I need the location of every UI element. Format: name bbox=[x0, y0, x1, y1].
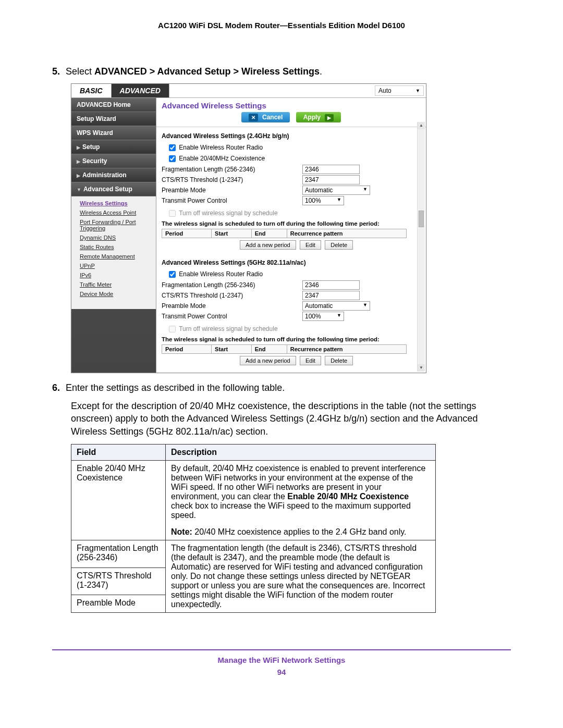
row2b-field: CTS/RTS Threshold (1-2347) bbox=[71, 567, 166, 595]
top-tab-bar: BASIC ADVANCED Auto ▼ bbox=[71, 84, 426, 98]
paragraph-except: Except for the description of 20/40 MHz … bbox=[71, 400, 511, 438]
th-field: Field bbox=[71, 444, 166, 460]
sched-th-period: Period bbox=[162, 345, 212, 354]
sched-5-table: Period Start End Recurrence pattern bbox=[162, 344, 407, 354]
language-value: Auto bbox=[378, 87, 391, 94]
enable-radio-24-checkbox[interactable] bbox=[169, 144, 176, 151]
sidebar-item-home[interactable]: ADVANCED Home bbox=[71, 98, 156, 112]
main-panel: Advanced Wireless Settings Cancel Apply … bbox=[156, 98, 426, 373]
arrow-down-icon: ▼ bbox=[77, 187, 81, 192]
sidebar-sub-port-fwd[interactable]: Port Forwarding / Port Triggering bbox=[80, 217, 154, 233]
edit-24-button[interactable]: Edit bbox=[300, 240, 321, 250]
step-5-path: ADVANCED > Advanced Setup > Wireless Set… bbox=[94, 66, 320, 77]
note-prefix: Note: bbox=[171, 527, 192, 536]
chevron-down-icon: ▼ bbox=[337, 197, 341, 204]
section-5ghz-heading: Advanced Wireless Settings (5GHz 802.11a… bbox=[162, 259, 421, 266]
step-6-num: 6. bbox=[52, 382, 60, 393]
tab-advanced[interactable]: ADVANCED bbox=[112, 84, 169, 97]
step-6-text: Enter the settings as described in the f… bbox=[66, 382, 285, 393]
txpower-24-select[interactable]: 100%▼ bbox=[302, 196, 344, 205]
frag-5-input[interactable]: 2346 bbox=[302, 280, 360, 290]
sched-5-checkbox[interactable] bbox=[169, 326, 176, 332]
row2a-field: Fragmentation Length (256-2346) bbox=[71, 540, 166, 567]
preamble-5-select[interactable]: Automatic▼ bbox=[302, 301, 370, 311]
sidebar-sub-upnp[interactable]: UPnP bbox=[80, 261, 154, 270]
sched-5-label: Turn off wireless signal by schedule bbox=[179, 325, 277, 332]
txpower-5-select[interactable]: 100%▼ bbox=[302, 312, 344, 321]
sidebar-item-advanced-setup[interactable]: ▼Advanced Setup bbox=[71, 182, 156, 196]
preamble-24-label: Preamble Mode bbox=[162, 187, 302, 194]
sidebar-sub-traffic-meter[interactable]: Traffic Meter bbox=[80, 280, 154, 289]
row1-desc: By default, 20/40 MHz coexistence is ena… bbox=[166, 460, 436, 540]
router-screenshot: BASIC ADVANCED Auto ▼ ADVANCED Home Setu… bbox=[71, 83, 426, 373]
enable-radio-5-checkbox[interactable] bbox=[169, 271, 176, 278]
sidebar-sub-ddns[interactable]: Dynamic DNS bbox=[80, 233, 154, 242]
enable-coex-checkbox[interactable] bbox=[169, 155, 176, 162]
delete-24-button[interactable]: Delete bbox=[325, 240, 353, 250]
tab-basic[interactable]: BASIC bbox=[71, 84, 112, 97]
txpower-5-label: Transmit Power Control bbox=[162, 313, 302, 320]
sidebar-item-wps-wizard[interactable]: WPS Wizard bbox=[71, 126, 156, 140]
add-period-5-button[interactable]: Add a new period bbox=[240, 356, 296, 365]
preamble-5-label: Preamble Mode bbox=[162, 302, 302, 310]
row2c-field: Preamble Mode bbox=[71, 595, 166, 612]
language-select[interactable]: Auto ▼ bbox=[375, 85, 424, 96]
chevron-down-icon: ▼ bbox=[363, 187, 368, 194]
row1-field: Enable 20/40 MHz Coexistence bbox=[71, 460, 166, 540]
cts-5-input[interactable]: 2347 bbox=[302, 291, 360, 300]
delete-5-button[interactable]: Delete bbox=[325, 356, 353, 365]
note-text: 20/40 MHz coexistence applies to the 2.4… bbox=[192, 527, 407, 536]
apply-button[interactable]: Apply bbox=[296, 112, 341, 122]
sched-th-period: Period bbox=[162, 229, 212, 238]
sched-24-label: Turn off wireless signal by schedule bbox=[179, 209, 277, 217]
sidebar-sub-static-routes[interactable]: Static Routes bbox=[80, 242, 154, 252]
preamble-24-select[interactable]: Automatic▼ bbox=[302, 186, 370, 195]
section-24ghz: Advanced Wireless Settings (2.4GHz b/g/n… bbox=[156, 127, 426, 254]
step-5-num: 5. bbox=[52, 66, 60, 77]
chevron-down-icon: ▼ bbox=[415, 88, 420, 93]
sidebar-item-setup[interactable]: ▶Setup bbox=[71, 140, 156, 154]
sidebar-sub-device-mode[interactable]: Device Mode bbox=[80, 289, 154, 299]
arrow-right-icon: ▶ bbox=[77, 173, 80, 178]
row2-desc: The fragmentation length (the default is… bbox=[166, 540, 436, 612]
frag-24-input[interactable]: 2346 bbox=[302, 165, 360, 174]
sched-5-note: The wireless signal is scheduled to turn… bbox=[162, 336, 421, 342]
section-5ghz: Advanced Wireless Settings (5GHz 802.11a… bbox=[156, 254, 426, 369]
chevron-down-icon: ▼ bbox=[337, 313, 341, 320]
chevron-down-icon: ▼ bbox=[363, 302, 368, 310]
sched-th-start: Start bbox=[212, 345, 252, 354]
sidebar-item-setup-wizard[interactable]: Setup Wizard bbox=[71, 112, 156, 126]
sidebar-sub-wap[interactable]: Wireless Access Point bbox=[80, 208, 154, 217]
footer-page-number: 94 bbox=[52, 668, 511, 676]
cts-5-label: CTS/RTS Threshold (1-2347) bbox=[162, 292, 302, 299]
sched-th-end: End bbox=[251, 229, 287, 238]
description-table: Field Description Enable 20/40 MHz Coexi… bbox=[71, 444, 436, 613]
sidebar-item-administration[interactable]: ▶Administration bbox=[71, 168, 156, 182]
sidebar-item-security[interactable]: ▶Security bbox=[71, 154, 156, 168]
cts-24-input[interactable]: 2347 bbox=[302, 175, 360, 184]
sched-th-recur: Recurrence pattern bbox=[287, 229, 406, 238]
enable-radio-24-label: Enable Wireless Router Radio bbox=[179, 144, 263, 151]
step-6: 6. Enter the settings as described in th… bbox=[52, 382, 511, 393]
sidebar-sub-ipv6[interactable]: IPv6 bbox=[80, 270, 154, 280]
sched-24-checkbox[interactable] bbox=[169, 210, 176, 217]
txpower-24-label: Transmit Power Control bbox=[162, 197, 302, 204]
arrow-right-icon: ▶ bbox=[77, 159, 80, 164]
cancel-button[interactable]: Cancel bbox=[241, 112, 290, 122]
sidebar: ADVANCED Home Setup Wizard WPS Wizard ▶S… bbox=[71, 98, 156, 373]
cts-24-label: CTS/RTS Threshold (1-2347) bbox=[162, 176, 302, 183]
sched-th-recur: Recurrence pattern bbox=[287, 345, 406, 354]
doc-header: AC1200 WiFi DSL Modem Router—Essentials … bbox=[52, 21, 511, 30]
page-footer: Manage the WiFi Network Settings 94 bbox=[52, 649, 511, 676]
sched-24-table: Period Start End Recurrence pattern bbox=[162, 229, 407, 238]
enable-coex-label: Enable 20/40MHz Coexistence bbox=[179, 155, 265, 162]
sched-th-start: Start bbox=[212, 229, 252, 238]
tab-spacer bbox=[169, 84, 373, 97]
edit-5-button[interactable]: Edit bbox=[300, 356, 321, 365]
add-period-24-button[interactable]: Add a new period bbox=[240, 240, 296, 250]
sidebar-sub-wireless-settings[interactable]: Wireless Settings bbox=[80, 199, 154, 208]
step-5: 5. Select ADVANCED > Advanced Setup > Wi… bbox=[52, 66, 511, 77]
enable-radio-5-label: Enable Wireless Router Radio bbox=[179, 270, 263, 278]
sched-th-end: End bbox=[251, 345, 287, 354]
sidebar-sub-remote-mgmt[interactable]: Remote Management bbox=[80, 252, 154, 261]
